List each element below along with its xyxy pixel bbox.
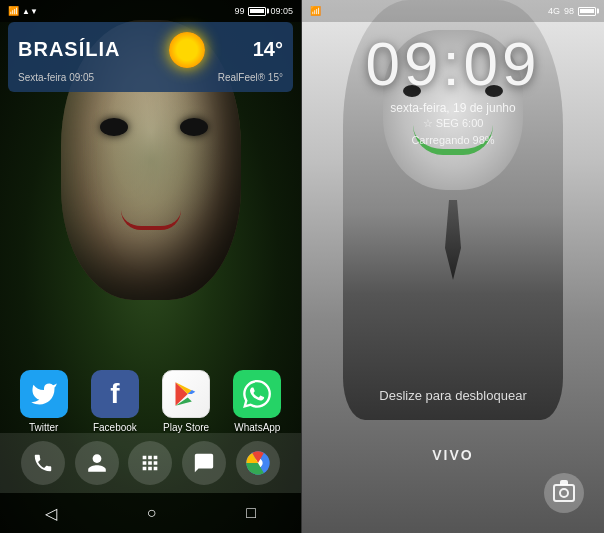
messages-dock-icon[interactable] [182,441,226,485]
battery-right: 98 [564,6,574,16]
lock-time: 09:09 [302,28,604,99]
weather-bottom: Sexta-feira 09:05 RealFeel® 15° [18,72,283,83]
playstore-icon-bg [162,370,210,418]
camera-button[interactable] [544,473,584,513]
signal-icon: ▲▼ [22,7,38,16]
weather-city: BRASÍLIA [18,38,120,61]
apps-dock-icon[interactable] [128,441,172,485]
back-button[interactable]: ◁ [37,496,65,531]
weather-sun-icon [169,32,205,68]
twitter-bird-icon [30,380,58,408]
lock-date: sexta-feira, 19 de junho [302,101,604,115]
battery-pct: 99 [234,6,244,16]
lock-loading: Carregando 98% [302,134,604,146]
facebook-f-icon: f [110,378,119,410]
battery-fill-right [580,9,594,14]
lock-clock: 09:09 sexta-feira, 19 de junho ☆ SEG 6:0… [302,28,604,146]
phone-dock-icon[interactable] [21,441,65,485]
phone-icon [32,452,54,474]
lock-alarm: ☆ SEG 6:00 [302,117,604,130]
chrome-dock-icon[interactable] [236,441,280,485]
weather-widget[interactable]: BRASÍLIA 14° Sexta-feira 09:05 RealFeel®… [8,22,293,92]
whatsapp-icon [243,380,271,408]
carrier-label: VIVO [302,447,604,463]
message-icon [193,452,215,474]
nav-bar-left: ◁ ○ □ [0,493,301,533]
twitter-label: Twitter [29,422,58,433]
apps-grid: Twitter f Facebook Play Store [0,370,301,433]
apps-grid-icon [139,452,161,474]
joker-eye-right [180,118,208,136]
clock-left: 09:05 [270,6,293,16]
chrome-icon [244,449,272,477]
battery-fill [250,9,264,14]
joker-eye-left [100,118,128,136]
whatsapp-icon-bg [233,370,281,418]
bottom-dock [0,433,301,493]
facebook-app-icon[interactable]: f Facebook [91,370,139,433]
facebook-icon-bg: f [91,370,139,418]
twitter-app-icon[interactable]: Twitter [20,370,68,433]
slide-unlock-text[interactable]: Deslize para desbloquear [302,388,604,403]
twitter-icon-bg [20,370,68,418]
contacts-icon [86,452,108,474]
battery-icon-right [578,7,596,16]
camera-icon [553,484,575,502]
whatsapp-label: WhatsApp [234,422,280,433]
network-icon: 📶 [310,6,321,16]
playstore-icon [172,380,200,408]
camera-lens [559,488,569,498]
signal-4g: 4G [548,6,560,16]
weather-feel: RealFeel® 15° [218,72,283,83]
home-button[interactable]: ○ [139,496,165,530]
status-right-r: 4G 98 [548,6,596,16]
playstore-app-icon[interactable]: Play Store [162,370,210,433]
joker-smile-left [121,210,181,230]
status-bar-right: 📶 4G 98 [302,0,604,22]
battery-icon [248,7,266,16]
contacts-dock-icon[interactable] [75,441,119,485]
playstore-label: Play Store [163,422,209,433]
right-phone: 📶 4G 98 09:09 sexta-feira, 19 de junho ☆… [302,0,604,533]
weather-temp: 14° [253,38,283,61]
left-phone: 📶 ▲▼ 99 09:05 BRASÍLIA 14° Sexta-feira 0… [0,0,302,533]
weather-top: BRASÍLIA 14° [18,32,283,68]
facebook-label: Facebook [93,422,137,433]
status-right-info: 99 09:05 [234,6,293,16]
weather-date: Sexta-feira 09:05 [18,72,94,83]
status-left-icons: 📶 ▲▼ [8,6,38,16]
status-icons-right: 📶 [310,6,321,16]
sim-icon: 📶 [8,6,19,16]
recent-button[interactable]: □ [238,496,264,530]
status-bar-left: 📶 ▲▼ 99 09:05 [0,0,301,22]
whatsapp-app-icon[interactable]: WhatsApp [233,370,281,433]
